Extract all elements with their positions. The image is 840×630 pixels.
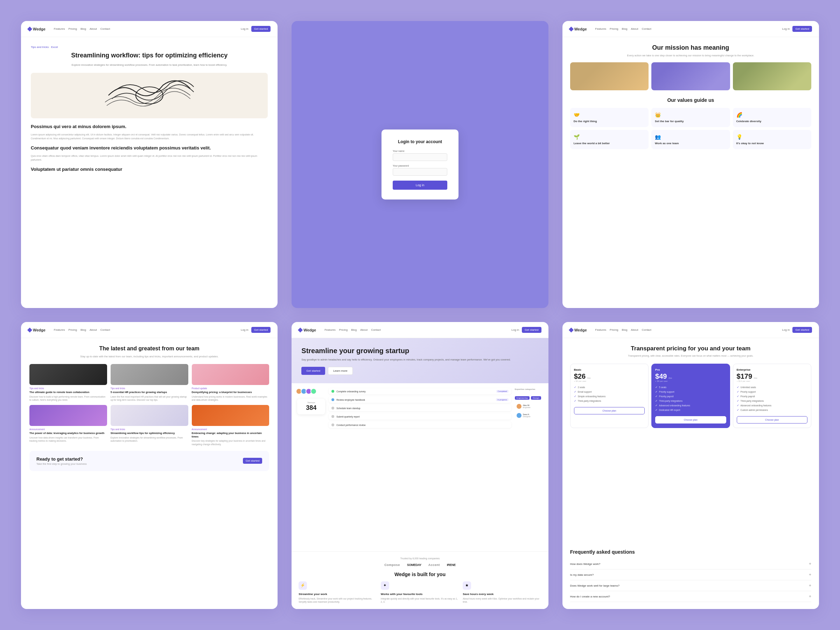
value-item-3: 🌱 Leave the world a bit better [570, 130, 649, 149]
list-item: ✓Third-party integrations [737, 399, 807, 403]
company-logo-0: Compose [384, 563, 400, 567]
check-icon: ✓ [737, 409, 739, 412]
check-icon: ✓ [574, 390, 576, 393]
member-role-0: Engineer [523, 406, 531, 409]
nav-blog[interactable]: Blog [81, 27, 86, 30]
nav-about-p[interactable]: About [360, 328, 368, 332]
check-icon: ✓ [655, 404, 658, 407]
login-name-input[interactable] [393, 153, 447, 161]
login-button-p[interactable]: Log in [512, 328, 519, 332]
nav-features-p[interactable]: Features [324, 328, 336, 332]
plan-per-user-2: + $14 per user [737, 380, 807, 382]
get-started-button-mission[interactable]: Get started [793, 26, 812, 32]
faq-item-2[interactable]: Does Wedge work well for large teams? + [570, 580, 811, 591]
nav-features-bl[interactable]: Features [54, 328, 65, 332]
get-started-button-pr[interactable]: Get started [793, 327, 812, 333]
task-dot-4 [332, 423, 334, 426]
member-avatar-1 [516, 413, 521, 418]
nav-blog-bl[interactable]: Blog [81, 328, 86, 332]
login-button[interactable]: Log in [241, 27, 248, 30]
nav-features-pr[interactable]: Features [595, 328, 606, 332]
post-thumb-1 [111, 364, 188, 385]
product-learn-more-button[interactable]: Learn more [328, 367, 353, 375]
nav-contact-m[interactable]: Contact [641, 27, 651, 30]
plan-choose-button-1[interactable]: Choose plan [655, 416, 726, 423]
post-desc-0: Discover how to build a high-performing … [29, 395, 107, 401]
nav-about[interactable]: About [90, 27, 97, 30]
faq-question-3: How do I create a new account? [570, 595, 610, 598]
login-button-bl[interactable]: Log in [241, 328, 248, 332]
nav-blog-p[interactable]: Blog [351, 328, 357, 332]
plan-per-user-0: + $4 per user [574, 380, 645, 382]
pricing-title: Transparent pricing for you and your tea… [570, 345, 811, 352]
post-title-5[interactable]: Embracing change: adapting your business… [192, 431, 270, 439]
nav-about-pr[interactable]: About [631, 328, 638, 332]
faq-expand-icon-0[interactable]: + [809, 561, 811, 566]
plan-choose-button-0[interactable]: Choose plan [574, 407, 645, 414]
login-button-pr[interactable]: Log in [782, 328, 790, 332]
faq-expand-icon-1[interactable]: + [809, 572, 811, 577]
nav-features[interactable]: Features [54, 27, 65, 30]
nav-contact[interactable]: Contact [101, 27, 110, 30]
cta-button[interactable]: Get started [243, 458, 262, 464]
faq-expand-icon-3[interactable]: + [809, 594, 811, 599]
pricing-card-basic: Basic $26 /mo + $4 per user ✓2 seats ✓Em… [570, 364, 649, 428]
nav-contact-pr[interactable]: Contact [641, 328, 651, 332]
list-item: ✓Priority support [737, 390, 807, 394]
nav-blog-pr[interactable]: Blog [622, 328, 628, 332]
nav-blog-m[interactable]: Blog [622, 27, 628, 30]
values-title: Our values guide us [570, 97, 811, 103]
post-title-1[interactable]: 5 essential HR practices for growing sta… [111, 391, 188, 394]
value-icon-1: 👑 [655, 112, 726, 118]
check-icon: ✓ [655, 390, 658, 393]
blog-posts-grid: Tips and tricks The ultimate guide to re… [29, 364, 269, 446]
stat-box: Startups 384 [297, 399, 325, 414]
nav-pricing-p[interactable]: Pricing [339, 328, 347, 332]
post-title-4[interactable]: Streamlining workflow tips for optimizin… [111, 431, 188, 435]
value-item-1: 👑 Set the bar for quality [651, 108, 730, 127]
login-password-input[interactable] [393, 168, 447, 176]
nav-pricing-m[interactable]: Pricing [610, 27, 618, 30]
task-text-0: Complete onboarding survey [336, 390, 494, 393]
card-blog-article: Wedge Features Pricing Blog About Contac… [21, 21, 278, 308]
post-desc-5: Discover key strategies for adapting you… [192, 439, 270, 445]
faq-expand-icon-2[interactable]: + [809, 583, 811, 588]
post-title-0[interactable]: The ultimate guide to remote team collab… [29, 391, 107, 394]
logo-diamond-icon-pr [569, 327, 574, 332]
nav-about-m[interactable]: About [631, 27, 638, 30]
nav-pricing-pr[interactable]: Pricing [610, 328, 618, 332]
nav-contact-bl[interactable]: Contact [101, 328, 110, 332]
get-started-button-p[interactable]: Get started [522, 327, 542, 333]
login-submit-button[interactable]: Log in [393, 181, 447, 190]
faq-item-0[interactable]: How does Wedge work? + [570, 559, 811, 570]
dashboard-left: Startups 384 [297, 388, 325, 546]
get-started-button[interactable]: Get started [251, 26, 271, 32]
avatar-4 [311, 388, 317, 395]
plan-features-2: ✓Unlimited seats ✓Priority support ✓Prio… [737, 385, 807, 412]
product-get-started-button[interactable]: Get started [302, 367, 325, 375]
nav-product: Wedge Features Pricing Blog About Contac… [292, 322, 548, 338]
faq-item-3[interactable]: How do I create a new account? + [570, 591, 811, 602]
nav-pricing[interactable]: Pricing [68, 27, 77, 30]
faq-item-1[interactable]: Is my data secure? + [570, 570, 811, 580]
check-icon: ✓ [737, 390, 739, 393]
nav-pricing-bl[interactable]: Pricing [68, 328, 77, 332]
login-button-mission[interactable]: Log in [782, 27, 790, 30]
login-form-title: Login to your account [393, 139, 447, 144]
check-icon: ✓ [737, 399, 739, 403]
dashboard-right: Expertise categories Engineering Design … [515, 388, 543, 546]
nav-contact-p[interactable]: Contact [371, 328, 381, 332]
nav-features-m[interactable]: Features [595, 27, 606, 30]
post-title-3[interactable]: The power of data: leveraging analytics … [29, 431, 107, 435]
post-desc-4: Explore innovative strategies for stream… [111, 436, 188, 442]
task-text-2: Schedule team standup [336, 407, 508, 409]
nav-about-bl[interactable]: About [90, 328, 97, 332]
table-row: Review employee handbook In progress [328, 396, 511, 403]
check-icon: ✓ [655, 395, 658, 398]
product-hero: Streamline your growing startup Say good… [292, 338, 548, 383]
get-started-button-bl[interactable]: Get started [251, 327, 271, 333]
list-item: ✓2 seats [574, 385, 645, 390]
plan-choose-button-2[interactable]: Choose plan [737, 416, 807, 423]
post-thumb-4 [111, 405, 188, 426]
post-title-2[interactable]: Demystifying pricing: a blueprint for bu… [192, 391, 270, 394]
